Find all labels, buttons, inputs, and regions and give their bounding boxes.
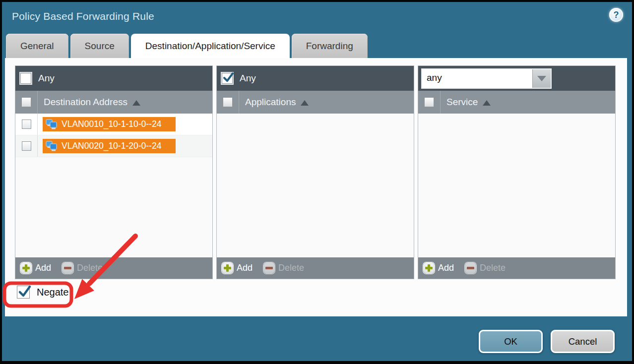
applications-any-label: Any bbox=[240, 73, 256, 84]
destination-any-checkbox[interactable] bbox=[20, 73, 31, 84]
sort-ascending-icon bbox=[132, 100, 140, 106]
tab-general[interactable]: General bbox=[6, 34, 68, 58]
panels-container: Any Destination Address bbox=[15, 65, 616, 279]
add-icon bbox=[423, 262, 435, 274]
service-type-value: any bbox=[422, 69, 532, 88]
applications-column-label: Applications bbox=[245, 97, 296, 108]
applications-panel: Any Applications Add bbox=[216, 65, 414, 279]
service-type-dropdown[interactable]: any bbox=[422, 69, 551, 88]
tab-content: Any Destination Address bbox=[5, 58, 627, 316]
dropdown-button[interactable] bbox=[532, 69, 551, 88]
add-icon bbox=[20, 262, 32, 274]
network-computers-icon bbox=[46, 119, 58, 129]
tab-forwarding[interactable]: Forwarding bbox=[292, 34, 368, 58]
destination-address-panel: Any Destination Address bbox=[15, 65, 213, 279]
applications-select-all-checkbox[interactable] bbox=[223, 97, 233, 107]
ok-button[interactable]: OK bbox=[479, 330, 543, 353]
address-object-name: VLAN0020_10-1-20-0--24 bbox=[62, 141, 161, 151]
delete-button[interactable]: Delete bbox=[465, 262, 506, 274]
service-toolbar: Add Delete bbox=[418, 257, 615, 279]
applications-any-checkbox[interactable] bbox=[222, 73, 233, 84]
delete-icon bbox=[62, 262, 73, 274]
tab-destination-application-service[interactable]: Destination/Application/Service bbox=[131, 34, 290, 58]
destination-column-label: Destination Address bbox=[44, 97, 127, 108]
delete-icon bbox=[465, 262, 476, 274]
destination-select-all-checkbox[interactable] bbox=[21, 97, 31, 107]
add-button[interactable]: Add bbox=[423, 262, 454, 274]
applications-column-header[interactable]: Applications bbox=[217, 91, 414, 114]
dialog-title: Policy Based Forwarding Rule bbox=[12, 10, 154, 22]
checkmark-icon bbox=[17, 284, 32, 299]
address-object-name: VLAN0010_10-1-10-0--24 bbox=[62, 119, 161, 129]
checkmark-icon bbox=[222, 71, 235, 84]
delete-button[interactable]: Delete bbox=[62, 262, 103, 274]
negate-option: Negate bbox=[17, 286, 69, 299]
applications-any-bar: Any bbox=[217, 66, 414, 91]
table-row[interactable]: VLAN0020_10-1-20-0--24 bbox=[15, 135, 212, 157]
destination-list: VLAN0010_10-1-10-0--24 VLAN bbox=[15, 114, 212, 257]
sort-ascending-icon bbox=[483, 100, 491, 106]
network-computers-icon bbox=[46, 141, 58, 151]
applications-toolbar: Add Delete bbox=[217, 257, 414, 279]
service-column-header[interactable]: Service bbox=[418, 91, 615, 114]
delete-icon bbox=[263, 262, 275, 274]
service-panel: any Service bbox=[418, 65, 616, 279]
tab-source[interactable]: Source bbox=[70, 34, 129, 58]
add-button[interactable]: Add bbox=[222, 262, 253, 274]
address-object-tag[interactable]: VLAN0020_10-1-20-0--24 bbox=[43, 139, 176, 153]
policy-based-forwarding-dialog: Policy Based Forwarding Rule ? General S… bbox=[2, 2, 632, 361]
destination-toolbar: Add Delete bbox=[15, 257, 212, 279]
row-checkbox[interactable] bbox=[22, 120, 31, 129]
destination-any-bar: Any bbox=[15, 66, 212, 91]
negate-checkbox[interactable] bbox=[17, 286, 30, 299]
service-dropdown-bar: any bbox=[418, 66, 615, 91]
add-button[interactable]: Add bbox=[20, 262, 51, 274]
negate-label: Negate bbox=[37, 287, 69, 298]
destination-column-header[interactable]: Destination Address bbox=[15, 91, 212, 114]
delete-button[interactable]: Delete bbox=[263, 262, 304, 274]
service-select-all-checkbox[interactable] bbox=[424, 97, 434, 107]
applications-list bbox=[217, 114, 414, 257]
address-object-tag[interactable]: VLAN0010_10-1-10-0--24 bbox=[43, 117, 176, 131]
tab-bar: General Source Destination/Application/S… bbox=[6, 34, 368, 58]
sort-ascending-icon bbox=[301, 100, 309, 106]
help-icon[interactable]: ? bbox=[609, 8, 623, 22]
row-checkbox[interactable] bbox=[22, 141, 31, 151]
table-row[interactable]: VLAN0010_10-1-10-0--24 bbox=[15, 114, 212, 135]
cancel-button[interactable]: Cancel bbox=[551, 330, 615, 353]
destination-any-label: Any bbox=[38, 73, 55, 84]
add-icon bbox=[222, 262, 233, 274]
service-column-label: Service bbox=[446, 97, 478, 108]
chevron-down-icon bbox=[537, 76, 546, 81]
service-list bbox=[418, 114, 615, 257]
